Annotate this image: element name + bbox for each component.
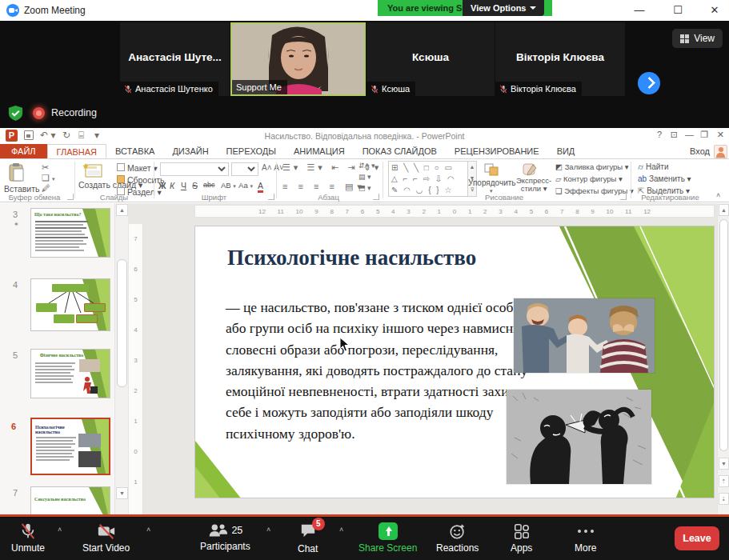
tab-view[interactable]: ВИД [548, 144, 584, 158]
ppt-close-button[interactable]: ✕ [717, 130, 724, 140]
copy-icon[interactable]: ❏ ▾ [42, 173, 54, 183]
reactions-button[interactable]: Reactions [436, 522, 479, 554]
replace-button[interactable]: ab Заменить ▾ [638, 174, 691, 183]
thumbnail-scrollbar[interactable]: ▲ ▼ [114, 203, 128, 514]
chat-options-chevron[interactable]: ˄ [339, 526, 343, 534]
cut-icon[interactable]: ✂ [42, 162, 49, 173]
change-case-button[interactable]: Аа ▾ [238, 181, 253, 190]
unmute-button[interactable]: Unmute [11, 522, 45, 554]
ppt-ribbon-options-icon[interactable]: ⊡ [671, 130, 678, 140]
scroll-down-icon[interactable]: ▼ [719, 458, 729, 470]
tab-review[interactable]: РЕЦЕНЗИРОВАНИЕ [446, 144, 548, 158]
scrollbar-thumb[interactable] [117, 259, 127, 387]
maximize-button[interactable]: ☐ [664, 0, 691, 19]
convert-smartart-icon[interactable]: ⬒ ▾ [358, 184, 371, 192]
ppt-minimize-button[interactable]: — [685, 130, 694, 139]
chat-button[interactable]: 5 Chat [298, 522, 318, 554]
new-slide-button[interactable] [82, 162, 103, 182]
bold-button[interactable]: Ж [158, 181, 166, 190]
ppt-status-bar [0, 514, 729, 517]
slide-scrollbar[interactable]: ▲ ▼ ⇡ ⇣ [717, 203, 729, 514]
sign-in-link[interactable]: Вход [690, 146, 710, 156]
tab-design[interactable]: ДИЗАЙН [163, 144, 217, 158]
next-participants-button[interactable] [638, 72, 660, 94]
character-spacing-button[interactable]: АВ ▾ [221, 181, 236, 190]
collapse-ribbon-icon[interactable]: ˄ [716, 191, 720, 199]
start-video-button[interactable]: Start Video [82, 522, 130, 554]
paragraph-dialog-launcher[interactable] [373, 194, 379, 200]
underline-button[interactable]: Ч [181, 181, 186, 190]
strikethrough-button[interactable]: S [192, 181, 198, 190]
account-avatar[interactable] [714, 145, 727, 158]
arrange-button[interactable] [483, 162, 499, 178]
participant-tile-ksyusha[interactable]: Ксюша Ксюша [367, 22, 495, 96]
participant-tile-anastasia[interactable]: Анастасія Шуте... Анастасія Шутенко [120, 22, 230, 96]
scroll-up-icon[interactable]: ▲ [116, 204, 128, 216]
verbal-abuse-illustration[interactable] [507, 390, 651, 484]
slide-thumbnail-7[interactable]: Сексуальне насильство [30, 486, 110, 514]
layout-button[interactable]: Макет ▾ [117, 163, 158, 173]
slide-thumbnail-6-selected[interactable]: Психологічне насильство [30, 418, 110, 475]
bullying-photo[interactable] [514, 298, 655, 373]
security-shield-icon[interactable] [7, 105, 24, 122]
tab-home[interactable]: ГЛАВНАЯ [47, 144, 106, 158]
previous-slide-icon[interactable]: ⇡ [719, 475, 729, 487]
slide-thumbnail-4[interactable] [30, 278, 110, 331]
tab-transitions[interactable]: ПЕРЕХОДЫ [218, 144, 285, 158]
gallery-view-button[interactable]: View [672, 29, 723, 48]
font-name-select[interactable] [160, 162, 229, 176]
font-dialog-launcher[interactable] [268, 194, 274, 200]
alignment-icons[interactable]: ≡ ≡ ≡ ≡ ▤▾ [282, 182, 366, 192]
drawing-dialog-launcher[interactable] [620, 194, 627, 200]
share-screen-button[interactable]: Share Screen [358, 522, 417, 554]
participant-tile-viktoria[interactable]: Вікторія Клюєва Вікторія Клюєва [495, 22, 625, 96]
slide-thumbnail-3[interactable]: Що таке насильство? [30, 208, 110, 258]
shape-fill-button[interactable]: ◩ Заливка фигуры ▾ [555, 162, 629, 171]
leave-button[interactable]: Leave [675, 526, 719, 550]
scrollbar-thumb[interactable] [719, 219, 728, 451]
tab-slideshow[interactable]: ПОКАЗ СЛАЙДОВ [354, 144, 446, 158]
next-slide-icon[interactable]: ⇣ [719, 493, 729, 505]
shape-outline-button[interactable]: ▱ Контур фигуры ▾ [555, 174, 623, 183]
slide-title[interactable]: Психологічне насильство [227, 246, 476, 270]
font-color-button[interactable]: А [258, 181, 263, 193]
grow-font-icon[interactable]: А˄ А˅ [262, 163, 284, 172]
align-text-icon[interactable]: ▤ ▾ [358, 173, 371, 181]
ppt-restore-button[interactable]: ❐ [700, 130, 708, 140]
tab-file[interactable]: ФАЙЛ [0, 144, 47, 158]
scroll-up-icon[interactable]: ▲ [719, 204, 729, 216]
close-button[interactable]: ✕ [701, 0, 728, 19]
view-options-button[interactable]: View Options [463, 0, 544, 16]
font-size-select[interactable] [231, 162, 258, 176]
paste-button[interactable] [8, 162, 26, 185]
slide-thumbnail-5[interactable]: Фізичне насильство [30, 349, 110, 398]
ppt-ribbon-tabs: ФАЙЛ ГЛАВНАЯ ВСТАВКА ДИЗАЙН ПЕРЕХОДЫ АНИ… [0, 144, 729, 159]
participant-tile-support-me-video[interactable]: Support Me [230, 22, 366, 96]
slide-thumbnail-pane: 3 ✶ Що таке насильство? [0, 203, 114, 514]
more-button[interactable]: More [575, 522, 596, 554]
slide-body-text[interactable]: — це насильство, пов'язане з тиском одні… [226, 297, 543, 444]
shapes-gallery[interactable]: ⊞ ╲ ╲ □ ○ ▭ △ ⌐ ⌐ ⇨ ⇩ ◠ ✎ ◠ ◡ { } ☆ [388, 161, 468, 197]
video-options-chevron[interactable]: ˄ [146, 526, 150, 534]
reactions-label: Reactions [436, 542, 479, 554]
participants-button[interactable]: 25 Participants [200, 522, 250, 552]
format-painter-icon[interactable]: 🖉 [42, 183, 50, 193]
scroll-down-icon[interactable]: ▼ [116, 487, 128, 499]
clear-strike-icon[interactable]: abc [203, 181, 215, 189]
new-slide-label: Создать слайд ▾ [78, 181, 114, 190]
minimize-button[interactable]: — [626, 0, 653, 19]
ppt-help-icon[interactable]: ? [657, 130, 662, 139]
italic-button[interactable]: К [170, 181, 174, 190]
slide-canvas[interactable]: Психологічне насильство — це насильство,… [194, 226, 715, 498]
mic-options-chevron[interactable]: ˄ [58, 526, 62, 534]
tab-animations[interactable]: АНИМАЦИЯ [285, 144, 354, 158]
participants-options-chevron[interactable]: ˄ [266, 526, 270, 534]
slide-number: 3 [13, 210, 18, 219]
tab-insert[interactable]: ВСТАВКА [106, 144, 163, 158]
text-direction-icon[interactable]: ⇵А ▾ [358, 162, 375, 170]
reset-button[interactable]: Сбросить [117, 175, 165, 185]
apps-button[interactable]: Apps [511, 522, 532, 554]
find-button[interactable]: ⌭ Найти [638, 162, 669, 172]
clipboard-dialog-launcher[interactable] [67, 194, 74, 200]
group-label-clipboard: Буфер обмена [2, 193, 67, 202]
